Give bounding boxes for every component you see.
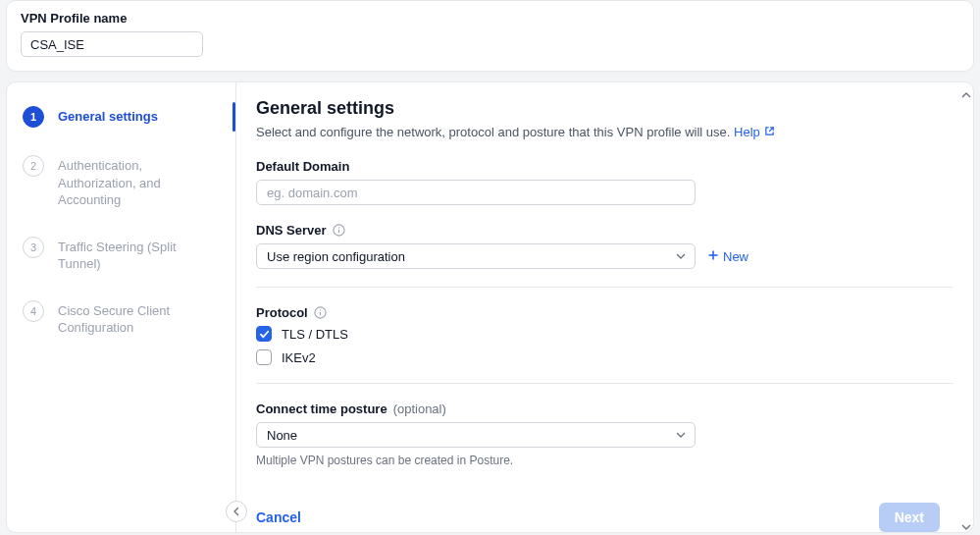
profile-name-card: VPN Profile name [6, 0, 974, 72]
checkbox[interactable] [256, 349, 272, 365]
scroll-down-icon [961, 518, 971, 528]
section-description: Select and configure the network, protoc… [256, 125, 954, 139]
plus-icon [707, 249, 719, 264]
dns-server-field: DNS Server Use region configuration New [256, 223, 954, 269]
step-general-settings[interactable]: 1 General settings [7, 98, 235, 135]
cancel-button[interactable]: Cancel [256, 509, 301, 525]
wizard-footer: Cancel Next [256, 485, 954, 532]
info-icon[interactable] [314, 306, 327, 319]
protocol-option-ikev2[interactable]: IKEv2 [256, 349, 954, 365]
content-panel: General settings Select and configure th… [236, 82, 973, 532]
step-number: 4 [23, 300, 44, 322]
info-icon[interactable] [333, 224, 345, 237]
next-button[interactable]: Next [879, 503, 940, 532]
step-number: 1 [23, 106, 44, 128]
external-link-icon [764, 125, 775, 139]
help-link[interactable]: Help [734, 125, 775, 139]
protocol-field: Protocol TLS / DTLS IKEv2 [256, 305, 954, 365]
step-label: Traffic Steering (Split Tunnel) [58, 237, 220, 273]
scroll-up-icon [961, 86, 971, 96]
svg-point-7 [320, 309, 321, 310]
step-label: Cisco Secure Client Configuration [58, 300, 220, 337]
posture-field: Connect time posture (optional) None Mul… [256, 401, 954, 467]
step-traffic-steering[interactable]: 3 Traffic Steering (Split Tunnel) [7, 229, 235, 281]
default-domain-label: Default Domain [256, 159, 954, 174]
divider [256, 383, 954, 384]
wizard-card: 1 General settings 2 Authentication, Aut… [6, 81, 974, 533]
step-number: 2 [23, 155, 44, 177]
profile-name-label: VPN Profile name [21, 11, 959, 26]
checkbox[interactable] [256, 326, 272, 342]
step-secure-client-config[interactable]: 4 Cisco Secure Client Configuration [7, 293, 235, 345]
posture-select[interactable]: None [256, 422, 696, 448]
steps-sidebar: 1 General settings 2 Authentication, Aut… [7, 82, 236, 532]
posture-label: Connect time posture (optional) [256, 401, 954, 416]
profile-name-input[interactable] [21, 31, 203, 57]
svg-point-2 [337, 227, 338, 228]
collapse-sidebar-button[interactable] [226, 501, 247, 522]
step-label: General settings [58, 106, 158, 126]
default-domain-input[interactable] [256, 180, 696, 205]
dns-server-label: DNS Server [256, 223, 954, 238]
default-domain-field: Default Domain [256, 159, 954, 205]
divider [256, 287, 954, 288]
step-aaa[interactable]: 2 Authentication, Authorization, and Acc… [7, 147, 235, 217]
posture-hint: Multiple VPN postures can be created in … [256, 454, 954, 467]
checkbox-label: TLS / DTLS [282, 327, 348, 342]
new-dns-button[interactable]: New [707, 249, 748, 264]
protocol-label: Protocol [256, 305, 954, 320]
dns-server-select[interactable]: Use region configuration [256, 243, 696, 269]
step-label: Authentication, Authorization, and Accou… [58, 155, 220, 209]
section-title: General settings [256, 98, 954, 119]
protocol-option-tls[interactable]: TLS / DTLS [256, 326, 954, 342]
step-number: 3 [23, 237, 44, 258]
checkbox-label: IKEv2 [282, 350, 316, 365]
